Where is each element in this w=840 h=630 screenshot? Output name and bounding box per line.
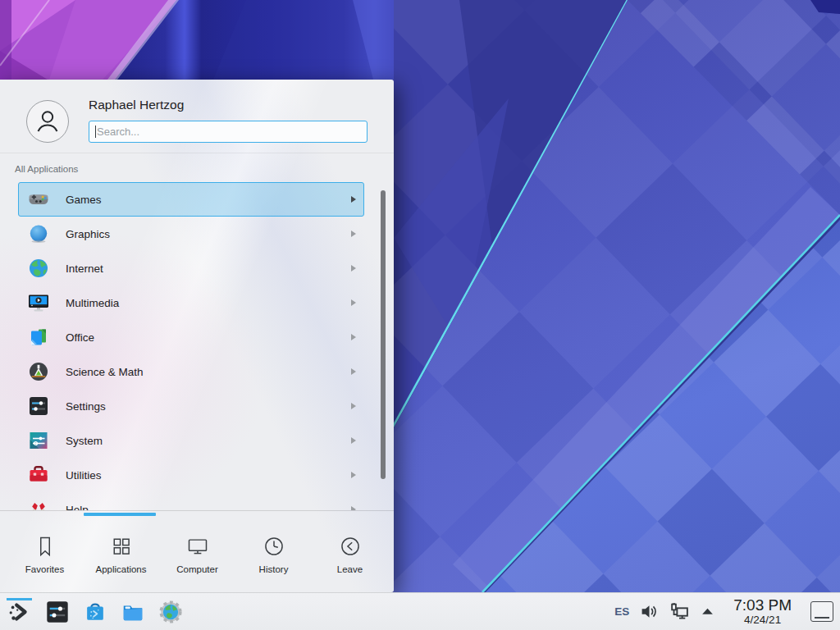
tab-applications[interactable]: Applications: [83, 518, 159, 590]
application-launcher-menu: Raphael Hertzog All Applications: [0, 80, 394, 592]
menu-item-help[interactable]: Help: [18, 492, 364, 510]
discover-button[interactable]: [82, 596, 107, 628]
media-monitor-icon: [28, 292, 49, 313]
submenu-arrow-icon: [351, 265, 356, 272]
menu-item-settings[interactable]: Settings: [18, 389, 364, 423]
application-category-list: Games Graphics: [0, 182, 394, 510]
menu-item-graphics[interactable]: Graphics: [18, 217, 364, 251]
leave-icon: [339, 534, 362, 559]
toolbox-icon: [28, 464, 49, 486]
header-separator: [0, 153, 394, 153]
submenu-arrow-icon: [351, 299, 356, 306]
submenu-arrow-icon: [351, 403, 356, 409]
globe-icon: [28, 258, 49, 279]
menu-item-internet[interactable]: Internet: [18, 251, 364, 285]
submenu-arrow-icon: [351, 368, 356, 375]
menu-item-system[interactable]: System: [18, 423, 364, 458]
menu-item-utilities[interactable]: Utilities: [18, 458, 364, 492]
menu-item-label: Graphics: [66, 228, 351, 240]
submenu-arrow-icon: [351, 334, 356, 340]
list-scrollbar[interactable]: [381, 190, 386, 479]
help-icon: [28, 499, 49, 510]
tab-history[interactable]: History: [235, 518, 312, 590]
kde-launcher-icon: [7, 600, 32, 624]
clock-icon: [262, 534, 285, 559]
tab-label: Computer: [176, 564, 218, 574]
tab-leave[interactable]: Leave: [312, 518, 388, 590]
menu-item-multimedia[interactable]: Multimedia: [18, 285, 364, 320]
tab-computer[interactable]: Computer: [159, 518, 235, 590]
taskbar: ES 7:03 PM 4/24/21: [0, 592, 840, 630]
bookmark-icon: [34, 534, 57, 559]
menu-item-label: Office: [66, 331, 351, 344]
submenu-arrow-icon: [351, 196, 356, 203]
menu-item-label: Games: [66, 194, 351, 206]
sliders-icon: [28, 395, 49, 417]
search-box[interactable]: [89, 121, 368, 143]
tabbar-separator: [0, 510, 394, 511]
section-label: All Applications: [15, 164, 78, 174]
launcher-tab-bar: Favorites Applications Computer: [7, 518, 388, 590]
monitor-icon: [186, 534, 209, 559]
sphere-icon: [28, 223, 49, 244]
menu-item-office[interactable]: Office: [18, 320, 364, 354]
menu-item-label: Multimedia: [66, 297, 351, 309]
menu-item-label: System: [66, 435, 351, 447]
text-cursor: [95, 126, 96, 138]
user-icon: [31, 105, 64, 138]
menu-item-games[interactable]: Games: [18, 182, 364, 217]
user-name: Raphael Hertzog: [89, 98, 184, 112]
folder-icon: [121, 600, 145, 624]
menu-item-label: Science & Math: [66, 366, 351, 378]
gamepad-icon: [28, 189, 49, 210]
flask-icon: [28, 361, 49, 382]
menu-item-science-math[interactable]: Science & Math: [18, 354, 364, 389]
tab-label: Leave: [337, 564, 363, 574]
tab-favorites[interactable]: Favorites: [7, 518, 83, 590]
file-manager-button[interactable]: [120, 596, 145, 628]
system-settings-button[interactable]: [44, 596, 70, 628]
menu-item-label: Settings: [66, 400, 351, 413]
submenu-arrow-icon: [351, 231, 356, 237]
settings-sliders-icon: [45, 600, 70, 624]
grid-icon: [110, 534, 133, 559]
submenu-arrow-icon: [351, 437, 356, 444]
clock-time: 7:03 PM: [733, 597, 792, 613]
user-avatar[interactable]: [26, 100, 69, 143]
wired-network-icon[interactable]: [669, 601, 690, 622]
menu-item-label: Internet: [66, 262, 351, 275]
application-launcher-button[interactable]: [7, 596, 32, 628]
digital-clock[interactable]: 7:03 PM 4/24/21: [733, 597, 792, 626]
keyboard-layout-indicator[interactable]: ES: [614, 605, 629, 618]
globe-gear-icon: [158, 600, 183, 624]
show-desktop-widget[interactable]: [810, 601, 833, 622]
menu-item-label: Utilities: [66, 469, 351, 482]
documents-icon: [28, 326, 49, 348]
active-tab-indicator: [84, 513, 156, 516]
expand-caret-icon[interactable]: [701, 605, 714, 619]
tab-label: Applications: [95, 564, 146, 574]
shopping-bag-icon: [83, 600, 107, 624]
system-tray: ES 7:03 PM 4/24/21: [614, 597, 833, 626]
tab-label: History: [259, 564, 289, 574]
submenu-arrow-icon: [351, 472, 356, 478]
tab-label: Favorites: [25, 564, 64, 574]
clock-date: 4/24/21: [733, 614, 792, 626]
web-browser-button[interactable]: [158, 596, 183, 628]
menu-item-label: Help: [66, 504, 351, 511]
search-input[interactable]: [97, 126, 361, 138]
system-sliders-icon: [28, 430, 49, 451]
desktop: Raphael Hertzog All Applications: [0, 0, 840, 630]
volume-icon[interactable]: [640, 602, 659, 621]
